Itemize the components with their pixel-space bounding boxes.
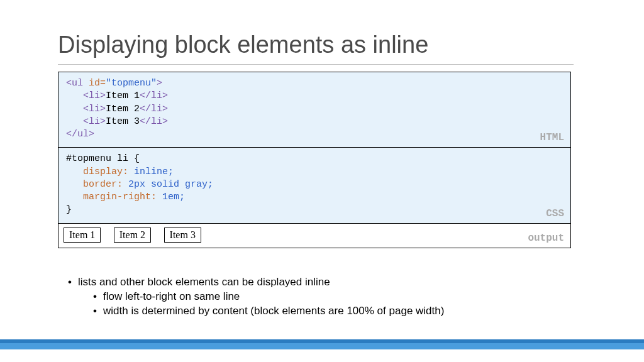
page-title: Displaying block elements as inline [58, 31, 428, 58]
code-text: </li> [140, 104, 168, 114]
html-code: <ul id="topmenu"> <li>Item 1</li> <li>It… [58, 72, 570, 147]
note-text: width is determined by content (block el… [103, 305, 444, 317]
html-panel: <ul id="topmenu"> <li>Item 1</li> <li>It… [58, 72, 571, 148]
css-code: #topmenu li { display: inline; border: 2… [58, 148, 570, 222]
code-stack: <ul id="topmenu"> <li>Item 1</li> <li>It… [58, 72, 571, 248]
output-item: Item 1 [64, 228, 101, 243]
code-text: margin-right: [66, 192, 157, 202]
note-sub: flow left-to-right on same line [93, 290, 571, 304]
code-text: 2px solid gray; [123, 179, 213, 190]
note-sub: width is determined by content (block el… [93, 304, 571, 319]
note-text: flow left-to-right on same line [103, 290, 240, 302]
code-text: Item 3 [106, 116, 140, 127]
output-item: Item 3 [164, 228, 201, 243]
note-text: lists and other block elements can be di… [78, 276, 330, 288]
code-text: <li> [66, 90, 106, 101]
panel-label-output: output [528, 233, 564, 244]
code-text: </li> [140, 90, 168, 101]
code-text: } [66, 204, 72, 215]
output-panel: Item 1 Item 2 Item 3 output [58, 223, 571, 248]
code-text: </ul> [66, 129, 94, 140]
css-panel: #topmenu li { display: inline; border: 2… [58, 147, 571, 223]
code-text: <li> [66, 116, 106, 127]
code-text: inline; [128, 167, 174, 177]
output-area: Item 1 Item 2 Item 3 [58, 224, 570, 248]
panel-label-css: CSS [546, 208, 564, 219]
code-text: Item 2 [106, 104, 140, 114]
title-divider [58, 64, 574, 65]
code-text: Item 1 [106, 90, 140, 101]
code-text: > [157, 78, 162, 89]
panel-label-html: HTML [540, 132, 564, 143]
stripe-light [0, 343, 644, 349]
footer-stripe [0, 339, 644, 349]
code-text: 1em; [157, 192, 185, 202]
notes: lists and other block elements can be di… [68, 275, 571, 319]
code-text: id= [89, 78, 106, 89]
code-text: <li> [66, 104, 106, 114]
code-text: "topmenu" [106, 78, 157, 89]
code-text: display: [66, 167, 128, 177]
slide: Displaying block elements as inline <ul … [0, 0, 644, 362]
code-text: <ul [66, 78, 89, 89]
note-main: lists and other block elements can be di… [68, 275, 571, 290]
code-text: </li> [140, 116, 168, 127]
output-item: Item 2 [114, 228, 151, 243]
code-text: border: [66, 179, 123, 190]
code-text: #topmenu li { [66, 153, 140, 164]
